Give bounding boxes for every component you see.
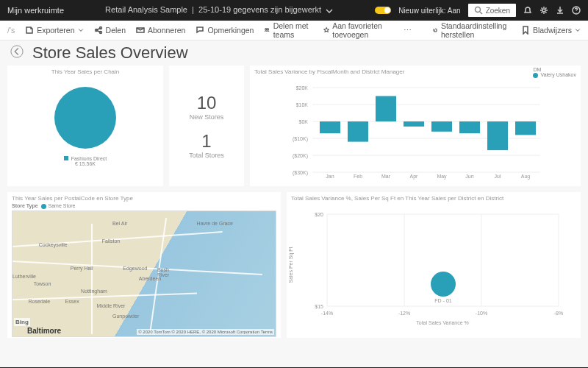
map-title: This Year Sales per PostalCode en Store … [12,195,276,202]
map-city: Middle River [97,303,126,308]
map-city: Towson [34,281,51,286]
doc-updated: 25-10-19 gegevens zijn bijgewerkt [198,5,321,14]
reset-button[interactable]: Standaardinstelling herstellen [432,21,511,39]
svg-text:-8%: -8% [554,311,563,316]
svg-rect-30 [515,121,536,135]
search-icon [474,6,483,15]
workspace-name[interactable]: Mijn werkruimte [7,6,64,15]
export-button[interactable]: Exporteren [25,26,83,35]
new-look-toggle[interactable] [375,7,391,14]
share-icon [94,26,103,35]
app-header: Mijn werkruimte Retail Analysis Sample |… [0,0,588,21]
map-city: Perry Hall [71,266,93,271]
svg-text:$0K: $0K [299,119,309,124]
back-button[interactable] [10,45,24,58]
svg-text:Feb: Feb [354,174,362,179]
svg-text:Apr: Apr [410,174,419,180]
map-city: Edgewood [123,266,147,271]
svg-rect-24 [348,121,368,142]
map-legend: Store Type Same Store [12,203,276,209]
report-canvas: Store Sales Overview This Year Sales per… [0,40,588,367]
scatter-xlabel: Total Sales Variance % [416,320,468,325]
new-look-label: Nieuw uiterlijk: Aan [398,7,460,15]
map-city: Nottingham [81,289,107,294]
svg-text:Mar: Mar [381,174,391,179]
svg-point-51 [431,272,456,297]
svg-rect-23 [320,121,340,133]
subscribe-button[interactable]: Abonneren [136,26,185,35]
map-canvas[interactable]: Bel Air Havre de Grace Cockeysville Fall… [12,210,276,337]
svg-text:$15: $15 [315,304,323,309]
map-tile[interactable]: This Year Sales per PostalCode en Store … [7,192,281,338]
gear-icon[interactable] [539,6,548,15]
svg-text:Jan: Jan [326,174,334,179]
donut-title: This Year Sales per Chain [51,68,120,75]
search-placeholder: Zoeken [486,7,510,15]
svg-text:($20K): ($20K) [293,153,308,159]
map-city: Gunpowder [112,314,139,319]
svg-point-10 [54,87,116,149]
reset-icon [432,26,438,35]
chevron-down-icon [78,26,84,35]
svg-point-1 [542,9,545,12]
svg-text:Jun: Jun [465,174,473,179]
nav-prev-ellipsis: /'s [7,26,15,35]
total-stores-value: 1 [189,131,224,152]
donut-tile[interactable]: This Year Sales per Chain Fashions Direc… [7,66,163,186]
new-stores-value: 10 [190,93,224,113]
download-icon[interactable] [556,6,564,15]
comments-button[interactable]: Opmerkingen [196,26,254,35]
doc-title: Retail Analysis Sample [105,5,187,14]
bell-icon[interactable] [523,6,532,15]
teams-icon [264,26,270,35]
map-attribution: © 2020 TomTom © 2020 HERE, © 2020 Micros… [137,329,274,335]
map-city: Bel Air [112,221,127,226]
svg-text:-12%: -12% [398,311,410,316]
page-title: Store Sales Overview [32,43,581,63]
map-city: Fallston [102,238,121,244]
bar-title: Total Sales Variance by FiscalMonth and … [254,68,576,75]
svg-rect-29 [487,121,508,150]
bookmark-icon [521,26,530,35]
svg-point-9 [11,46,23,57]
svg-rect-26 [404,121,424,127]
export-icon [25,26,34,35]
favorite-button[interactable]: Aan favorieten toevoegen [323,21,393,39]
star-icon [323,26,329,35]
scatter-chart: $20 $15 -14% -12% -10% -8% Total Sales V… [291,203,576,328]
svg-rect-28 [459,121,480,133]
bar-chart: $20K $10K $0K ($10K) ($20K) ($30K) JanFe… [254,77,576,180]
svg-text:May: May [437,174,447,180]
bookmarks-button[interactable]: Bladwijzers [521,26,581,35]
total-stores-label: Total Stores [189,152,224,159]
svg-point-0 [475,7,480,13]
chevron-down-icon[interactable] [325,7,334,15]
svg-rect-25 [376,96,396,122]
report-toolbar: /'s Exporteren Delen Abonneren Opmerking… [0,21,588,40]
svg-text:FD - 01: FD - 01 [434,298,451,303]
map-city: Aberdeen [139,276,161,281]
mail-icon [136,26,145,35]
map-city: Baltimore [27,327,61,335]
svg-text:Aug: Aug [521,174,531,180]
help-icon[interactable] [572,6,581,15]
map-brand: Bing [14,318,30,326]
donut-chart [49,81,122,155]
map-city: Lutherville [12,274,36,279]
more-icon[interactable]: ⋯ [404,26,412,35]
bar-chart-tile[interactable]: Total Sales Variance by FiscalMonth and … [250,66,581,186]
bar-legend: DM Valery Ushakov [533,67,576,78]
svg-point-8 [268,29,269,30]
search-input[interactable]: Zoeken [468,4,516,17]
svg-point-7 [265,29,267,30]
share-button[interactable]: Delen [94,26,126,35]
teams-button[interactable]: Delen met teams [264,21,313,39]
scatter-tile[interactable]: Total Sales Variance %, Sales Per Sq Ft … [287,192,581,338]
kpi-tile[interactable]: 10 New Stores 1 Total Stores [169,66,244,186]
document-title-area[interactable]: Retail Analysis Sample | 25-10-19 gegeve… [73,5,366,15]
svg-text:-14%: -14% [321,311,333,316]
svg-text:$10K: $10K [296,102,309,107]
svg-text:-10%: -10% [476,311,487,316]
svg-text:$20K: $20K [296,85,309,91]
svg-text:($10K): ($10K) [293,136,308,142]
